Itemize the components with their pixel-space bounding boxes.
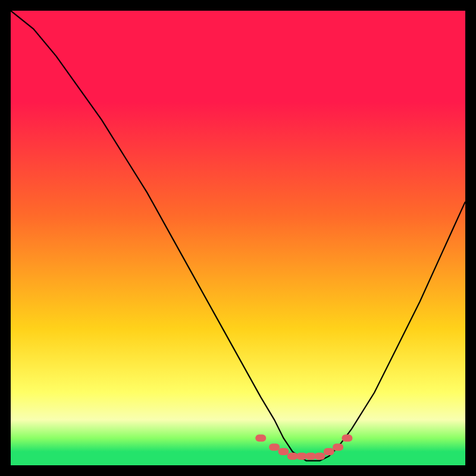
optimal-range-marker — [333, 443, 343, 450]
chart-frame: TheBottleneck.com — [11, 11, 465, 465]
optimal-range-marker — [324, 448, 334, 455]
optimal-range-marker — [269, 443, 280, 450]
optimal-range-marker — [342, 434, 352, 441]
optimal-range-marker — [255, 434, 266, 441]
gradient-background — [11, 11, 465, 465]
bottleneck-plot — [11, 11, 465, 465]
optimal-range-marker — [315, 453, 325, 460]
optimal-range-marker — [278, 448, 289, 455]
